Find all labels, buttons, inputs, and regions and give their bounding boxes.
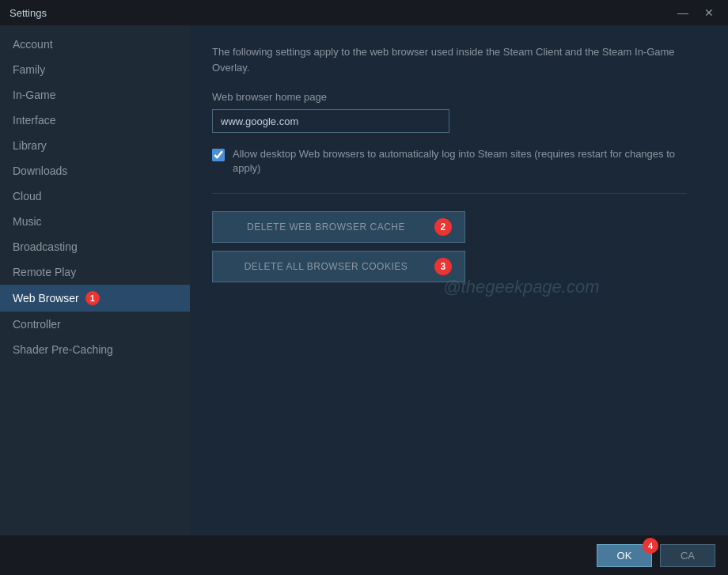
sidebar-item-label: Downloads [13,165,67,177]
ok-button-wrap: OK 4 [597,544,652,567]
window-title: Settings [9,7,47,19]
titlebar: Settings — ✕ [0,0,728,25]
sidebar-item-broadcasting[interactable]: Broadcasting [0,234,190,259]
web-browser-badge: 1 [85,291,100,305]
sidebar-item-label: In-Game [13,89,55,101]
delete-cache-button[interactable]: DELETE WEB BROWSER CACHE 2 [212,211,465,243]
divider [212,193,687,194]
sidebar-item-remote-play[interactable]: Remote Play [0,259,190,285]
sidebar-item-family[interactable]: Family [0,57,190,82]
delete-cache-label: DELETE WEB BROWSER CACHE [226,221,427,233]
cancel-button[interactable]: CA [660,544,715,567]
checkbox-label[interactable]: Allow desktop Web browsers to automatica… [233,147,687,176]
sidebar-item-label: Interface [13,114,55,127]
checkbox-wrap[interactable] [212,149,225,165]
sidebar: Account Family In-Game Interface Library… [0,25,190,535]
sidebar-item-label: Library [13,139,47,152]
delete-cookies-button[interactable]: DELETE ALL BROWSER COOKIES 3 [212,251,465,282]
sidebar-item-label: Account [13,38,53,51]
sidebar-item-in-game[interactable]: In-Game [0,82,190,108]
sidebar-item-library[interactable]: Library [0,133,190,158]
checkbox-row: Allow desktop Web browsers to automatica… [212,147,687,176]
main-panel: The following settings apply to the web … [190,25,728,535]
sidebar-item-label: Web Browser [13,292,79,305]
sidebar-item-label: Broadcasting [13,240,78,253]
sidebar-item-interface[interactable]: Interface [0,108,190,133]
homepage-label: Web browser home page [212,91,706,103]
main-content: Account Family In-Game Interface Library… [0,25,728,535]
allow-desktop-checkbox[interactable] [212,149,225,161]
minimize-button[interactable]: — [673,6,693,20]
sidebar-item-label: Remote Play [13,266,76,278]
sidebar-item-music[interactable]: Music [0,209,190,234]
delete-cookies-label: DELETE ALL BROWSER COOKIES [226,261,427,272]
homepage-input[interactable] [212,109,449,133]
sidebar-item-label: Cloud [13,190,42,202]
sidebar-item-controller[interactable]: Controller [0,312,190,337]
sidebar-item-downloads[interactable]: Downloads [0,158,190,183]
titlebar-controls: — ✕ [673,6,719,20]
sidebar-item-label: Music [13,215,42,228]
ok-badge: 4 [643,538,658,554]
sidebar-item-account[interactable]: Account [0,32,190,57]
description-text: The following settings apply to the web … [212,44,706,75]
sidebar-item-web-browser[interactable]: Web Browser 1 [0,285,190,312]
sidebar-item-shader-pre-caching[interactable]: Shader Pre-Caching [0,337,190,362]
sidebar-item-label: Controller [13,318,61,331]
watermark-text: @thegeekpage.com [443,276,599,297]
delete-cache-badge: 2 [434,218,452,236]
sidebar-item-label: Shader Pre-Caching [13,343,113,356]
delete-cookies-badge: 3 [434,258,452,275]
close-button[interactable]: ✕ [700,6,719,20]
footer: OK 4 CA [0,535,728,575]
sidebar-item-cloud[interactable]: Cloud [0,183,190,209]
sidebar-item-label: Family [13,63,45,76]
settings-window: Settings — ✕ Account Family In-Game Inte… [0,0,728,575]
sidebar-item-web-browser-content: Web Browser 1 [13,291,177,305]
